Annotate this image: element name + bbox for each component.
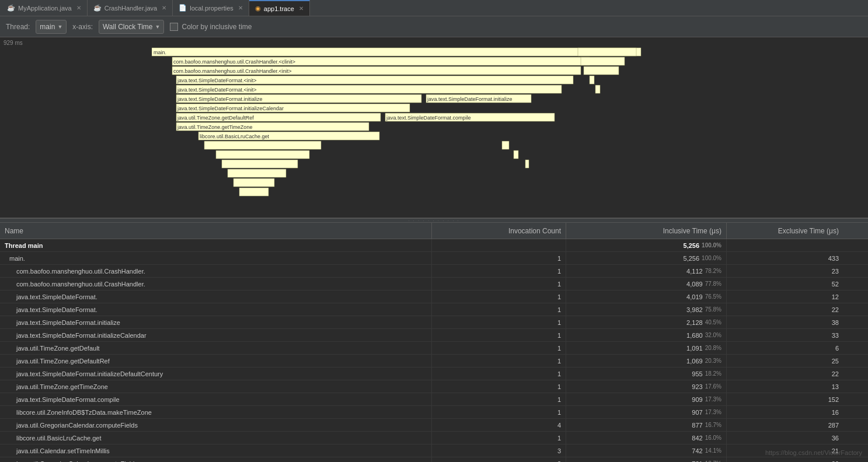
- svg-text:com.baofoo.manshenghuo.util.Cr: com.baofoo.manshenghuo.util.CrashHandler…: [173, 59, 295, 65]
- cell-inclusive: 4,089 77.8%: [566, 278, 727, 290]
- svg-text:java.text.SimpleDateFormat.<in: java.text.SimpleDateFormat.<init>: [177, 78, 257, 83]
- table-row[interactable]: Thread main 5,256 100.0%: [0, 239, 868, 252]
- table-row[interactable]: libcore.util.BasicLruCache.get 1 842 16.…: [0, 432, 868, 444]
- cell-name: Thread main: [0, 239, 432, 251]
- table-row[interactable]: libcore.util.ZoneInfoDB$TzData.makeTimeZ…: [0, 406, 868, 419]
- cell-name: java.text.SimpleDateFormat.initializeDef…: [0, 368, 432, 380]
- tab-close-myapp[interactable]: ✕: [76, 5, 81, 11]
- cell-invocation: 1: [432, 278, 566, 290]
- cell-name: java.util.TimeZone.getDefault: [0, 342, 432, 354]
- cell-invocation: 1: [432, 432, 566, 444]
- cell-name: main.: [0, 252, 432, 264]
- table-row[interactable]: java.text.SimpleDateFormat.initialize 1 …: [0, 316, 868, 329]
- svg-rect-37: [525, 160, 529, 168]
- thread-select[interactable]: main ▼: [36, 20, 67, 34]
- trace-icon: ◉: [255, 5, 261, 12]
- tab-crashhandler[interactable]: ☕ CrashHandler.java ✕: [88, 0, 173, 16]
- svg-rect-0: [152, 48, 641, 56]
- table-row[interactable]: java.text.SimpleDateFormat.compile 1 909…: [0, 393, 868, 406]
- table-row[interactable]: java.text.SimpleDateFormat.initializeDef…: [0, 368, 868, 380]
- svg-rect-28: [233, 178, 274, 187]
- resize-handle[interactable]: · · · · · · · · · · ·: [0, 218, 868, 223]
- tab-close-localprops[interactable]: ✕: [238, 5, 243, 11]
- svg-text:java.text.SimpleDateFormat.<in: java.text.SimpleDateFormat.<init>: [177, 87, 257, 93]
- cell-exclusive: 22: [727, 303, 843, 316]
- table-row[interactable]: java.util.TimeZone.getDefaultRef 1 1,069…: [0, 355, 868, 368]
- cell-exclusive: 33: [727, 329, 843, 341]
- table-row[interactable]: java.util.GregorianCalendar.computeField…: [0, 457, 868, 462]
- tab-localprops[interactable]: 📄 local.properties ✕: [173, 0, 249, 16]
- table-row[interactable]: java.util.TimeZone.getDefault 1 1,091 20…: [0, 342, 868, 355]
- table-row[interactable]: java.util.TimeZone.getTimeZone 1 923 17.…: [0, 380, 868, 393]
- table-header: Name Invocation Count Inclusive Time (μs…: [0, 223, 868, 239]
- svg-text:java.text.SimpleDateFormat.ini: java.text.SimpleDateFormat.initialize: [427, 96, 513, 102]
- table-row[interactable]: java.text.SimpleDateFormat.initializeCal…: [0, 329, 868, 342]
- svg-rect-27: [228, 169, 286, 177]
- svg-rect-30: [578, 48, 636, 56]
- table-body: Thread main 5,256 100.0% main. 1 5,256 1…: [0, 239, 868, 462]
- props-icon: 📄: [179, 4, 187, 12]
- svg-rect-35: [502, 141, 509, 149]
- color-inclusive-checkbox[interactable]: Color by inclusive time: [170, 23, 252, 31]
- col-name: Name: [0, 223, 432, 239]
- thread-label: Thread:: [6, 23, 30, 31]
- cell-inclusive: 1,069 20.3%: [566, 355, 727, 367]
- cell-inclusive: 1,680 32.0%: [566, 329, 727, 341]
- svg-text:java.util.TimeZone.getDefaultR: java.util.TimeZone.getDefaultRef: [177, 115, 254, 121]
- svg-rect-24: [204, 141, 321, 149]
- cell-name: java.text.SimpleDateFormat.: [0, 290, 432, 303]
- svg-text:java.text.SimpleDateFormat.ini: java.text.SimpleDateFormat.initializeCal…: [177, 106, 284, 111]
- table-row[interactable]: java.util.GregorianCalendar.computeField…: [0, 419, 868, 432]
- xaxis-select[interactable]: Wall Clock Time ▼: [99, 20, 165, 34]
- flame-chart-area[interactable]: 929 ms main. com.baofoo.manshenghuo.util…: [0, 37, 868, 218]
- cell-inclusive: 3,982 75.8%: [566, 303, 727, 316]
- table-row[interactable]: java.text.SimpleDateFormat. 1 3,982 75.8…: [0, 303, 868, 316]
- cell-name: java.util.TimeZone.getDefaultRef: [0, 355, 432, 367]
- cell-name: java.util.TimeZone.getTimeZone: [0, 380, 432, 393]
- flame-svg[interactable]: main. com.baofoo.manshenghuo.util.CrashH…: [152, 47, 862, 210]
- cell-name: libcore.util.ZoneInfoDB$TzData.makeTimeZ…: [0, 406, 432, 418]
- tab-label: CrashHandler.java: [104, 5, 158, 12]
- cell-invocation: 1: [432, 342, 566, 354]
- cell-invocation: 1: [432, 380, 566, 393]
- tab-app1trace[interactable]: ◉ app1.trace ✕: [249, 0, 310, 16]
- cell-invocation: 1: [432, 368, 566, 380]
- cell-invocation: 1: [432, 290, 566, 303]
- table-area: Name Invocation Count Inclusive Time (μs…: [0, 223, 868, 462]
- svg-rect-36: [514, 150, 518, 159]
- cell-name: java.text.SimpleDateFormat.: [0, 303, 432, 316]
- tab-label: app1.trace: [264, 5, 294, 12]
- table-row[interactable]: java.text.SimpleDateFormat. 1 4,019 76.5…: [0, 290, 868, 303]
- cell-name: com.baofoo.manshenghuo.util.CrashHandler…: [0, 265, 432, 277]
- svg-rect-25: [216, 150, 309, 159]
- tab-label: local.properties: [190, 5, 233, 12]
- col-invocation: Invocation Count: [432, 223, 566, 239]
- table-row[interactable]: com.baofoo.manshenghuo.util.CrashHandler…: [0, 265, 868, 278]
- svg-text:java.util.TimeZone.getTimeZone: java.util.TimeZone.getTimeZone: [177, 124, 252, 130]
- cell-exclusive: 433: [727, 252, 843, 264]
- cell-name: java.text.SimpleDateFormat.initialize: [0, 316, 432, 328]
- cell-exclusive: 287: [727, 419, 843, 431]
- svg-rect-34: [595, 85, 600, 93]
- toolbar: Thread: main ▼ x-axis: Wall Clock Time ▼…: [0, 16, 868, 37]
- table-row[interactable]: java.util.Calendar.setTimeInMillis 3 742…: [0, 444, 868, 457]
- cell-exclusive: 52: [727, 278, 843, 290]
- cell-invocation: 1: [432, 393, 566, 405]
- cell-exclusive: 6: [727, 342, 843, 354]
- cell-inclusive: 955 18.2%: [566, 368, 727, 380]
- color-inclusive-label: Color by inclusive time: [182, 23, 252, 31]
- cell-exclusive: 22: [727, 368, 843, 380]
- cell-exclusive: [727, 239, 843, 251]
- cell-invocation: 1: [432, 265, 566, 277]
- table-row[interactable]: com.baofoo.manshenghuo.util.CrashHandler…: [0, 278, 868, 290]
- svg-rect-26: [222, 160, 298, 168]
- table-row[interactable]: main. 1 5,256 100.0% 433: [0, 252, 868, 265]
- tab-myapp[interactable]: ☕ MyApplication.java ✕: [1, 0, 88, 16]
- tab-close-crashhandler[interactable]: ✕: [162, 5, 166, 11]
- thread-value: main: [40, 23, 55, 31]
- cell-inclusive: 742 14.1%: [566, 444, 727, 457]
- main-content: 929 ms main. com.baofoo.manshenghuo.util…: [0, 37, 868, 462]
- tab-close-app1trace[interactable]: ✕: [299, 5, 304, 12]
- xaxis-dropdown-arrow: ▼: [155, 24, 161, 30]
- checkbox-box: [170, 23, 178, 31]
